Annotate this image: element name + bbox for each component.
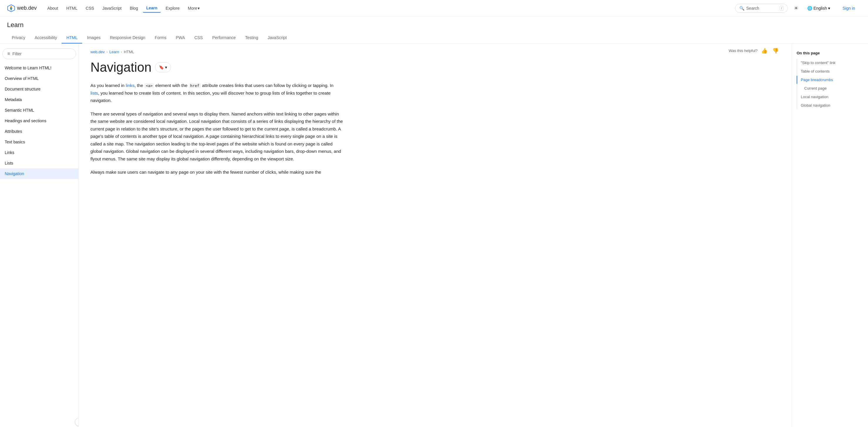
tab-pwa[interactable]: PWA bbox=[171, 32, 190, 44]
sidebar-item-welcome[interactable]: Welcome to Learn HTML! bbox=[0, 63, 79, 73]
nav-right: 🔍 Search / ☀ 🌐 English ▾ Sign in bbox=[735, 3, 861, 13]
more-chevron-icon: ▾ bbox=[197, 6, 200, 10]
helpful-row: Was this helpful? 👍 👎 bbox=[728, 47, 780, 55]
lang-chevron-icon: ▾ bbox=[828, 6, 830, 10]
breadcrumb-webdev[interactable]: web.dev bbox=[90, 50, 104, 54]
thumbs-down-button[interactable]: 👎 bbox=[771, 47, 780, 55]
thumbs-down-icon: 👎 bbox=[772, 48, 779, 54]
globe-icon: 🌐 bbox=[807, 6, 812, 10]
bookmark-button[interactable]: 🔖 ▾ bbox=[155, 62, 171, 72]
page-title-text: Navigation bbox=[90, 60, 152, 75]
tab-css[interactable]: CSS bbox=[190, 32, 208, 44]
sign-in-button[interactable]: Sign in bbox=[837, 3, 861, 13]
content-header: web.dev › Learn › HTML Was this helpful?… bbox=[90, 44, 780, 58]
bookmark-dropdown-icon: ▾ bbox=[165, 65, 167, 69]
filter-label: Filter bbox=[12, 51, 22, 56]
sidebar-item-links[interactable]: Links bbox=[0, 147, 79, 158]
paragraph-1: As you learned in links, the <a> element… bbox=[90, 82, 343, 104]
a-tag-code: <a> bbox=[144, 83, 154, 88]
toc-title: On this page bbox=[797, 51, 863, 55]
sidebar-item-text-basics[interactable]: Text basics bbox=[0, 137, 79, 147]
helpful-label: Was this helpful? bbox=[728, 49, 757, 53]
content-area: web.dev › Learn › HTML Was this helpful?… bbox=[79, 44, 792, 427]
sidebar-item-navigation[interactable]: Navigation bbox=[0, 168, 79, 179]
language-label: English bbox=[813, 6, 827, 10]
filter-bar[interactable]: ≡ Filter bbox=[2, 49, 76, 59]
toc-global-navigation[interactable]: Global navigation bbox=[797, 102, 863, 109]
nav-more[interactable]: More ▾ bbox=[184, 4, 204, 12]
breadcrumb-sep-1: › bbox=[106, 50, 107, 54]
nav-links: About HTML CSS JavaScript Blog Learn Exp… bbox=[44, 4, 733, 12]
toc-current-page[interactable]: Current page bbox=[797, 84, 863, 92]
sidebar-collapse-button[interactable]: ‹ bbox=[75, 418, 79, 426]
nav-css[interactable]: CSS bbox=[82, 4, 98, 12]
tab-privacy[interactable]: Privacy bbox=[7, 32, 30, 44]
learn-header: Learn Privacy Accessibility HTML Images … bbox=[0, 17, 868, 44]
filter-icon: ≡ bbox=[7, 51, 10, 56]
sidebar-item-metadata[interactable]: Metadata bbox=[0, 94, 79, 105]
search-box[interactable]: 🔍 Search / bbox=[735, 4, 788, 12]
nav-blog[interactable]: Blog bbox=[126, 4, 142, 12]
nav-javascript[interactable]: JavaScript bbox=[99, 4, 125, 12]
tab-performance[interactable]: Performance bbox=[208, 32, 241, 44]
tab-testing[interactable]: Testing bbox=[241, 32, 263, 44]
tab-html[interactable]: HTML bbox=[62, 32, 82, 44]
learn-title: Learn bbox=[7, 21, 861, 29]
nav-explore[interactable]: Explore bbox=[162, 4, 183, 12]
content-body: As you learned in links, the <a> element… bbox=[90, 82, 343, 176]
toc-local-navigation[interactable]: Local navigation bbox=[797, 93, 863, 101]
lists-link[interactable]: lists bbox=[90, 90, 98, 95]
logo-text: web.dev bbox=[17, 5, 37, 11]
search-label: Search bbox=[746, 6, 759, 10]
logo[interactable]: web.dev bbox=[7, 4, 37, 12]
tab-images[interactable]: Images bbox=[82, 32, 105, 44]
tab-forms[interactable]: Forms bbox=[150, 32, 171, 44]
toc-page-breadcrumbs[interactable]: Page breadcrumbs bbox=[797, 76, 863, 84]
links-link[interactable]: links bbox=[126, 83, 134, 88]
breadcrumb-html: HTML bbox=[124, 50, 134, 54]
breadcrumb: web.dev › Learn › HTML bbox=[90, 44, 134, 58]
tab-responsive-design[interactable]: Responsive Design bbox=[105, 32, 150, 44]
learn-tabs: Privacy Accessibility HTML Images Respon… bbox=[7, 32, 861, 44]
sidebar-item-semantic[interactable]: Semantic HTML bbox=[0, 105, 79, 115]
sidebar-item-lists[interactable]: Lists bbox=[0, 158, 79, 168]
language-button[interactable]: 🌐 English ▾ bbox=[804, 4, 833, 12]
page-title-area: Navigation 🔖 ▾ bbox=[90, 60, 780, 75]
sidebar-item-overview[interactable]: Overview of HTML bbox=[0, 73, 79, 84]
sidebar-item-attributes[interactable]: Attributes bbox=[0, 126, 79, 137]
main-layout: ≡ Filter Welcome to Learn HTML! Overview… bbox=[0, 44, 868, 427]
thumbs-up-icon: 👍 bbox=[761, 48, 768, 54]
nav-learn[interactable]: Learn bbox=[143, 4, 161, 12]
nav-about[interactable]: About bbox=[44, 4, 62, 12]
breadcrumb-sep-2: › bbox=[121, 50, 122, 54]
toc-items: "Skip to content" link Table of contents… bbox=[797, 59, 863, 109]
sidebar-item-headings[interactable]: Headings and sections bbox=[0, 115, 79, 126]
top-nav: web.dev About HTML CSS JavaScript Blog L… bbox=[0, 0, 868, 17]
logo-icon bbox=[7, 4, 15, 12]
sidebar-item-document[interactable]: Document structure bbox=[0, 84, 79, 94]
tab-javascript[interactable]: JavaScript bbox=[263, 32, 291, 44]
breadcrumb-learn[interactable]: Learn bbox=[109, 50, 119, 54]
href-code: href bbox=[189, 83, 201, 88]
sun-icon: ☀ bbox=[794, 5, 798, 11]
right-toc: On this page "Skip to content" link Tabl… bbox=[792, 44, 868, 427]
search-icon: 🔍 bbox=[739, 6, 744, 10]
search-shortcut: / bbox=[780, 6, 783, 10]
nav-html[interactable]: HTML bbox=[63, 4, 81, 12]
paragraph-3: Always make sure users can navigate to a… bbox=[90, 168, 343, 176]
thumbs-up-button[interactable]: 👍 bbox=[760, 47, 769, 55]
toc-skip-to-content[interactable]: "Skip to content" link bbox=[797, 59, 863, 67]
tab-accessibility[interactable]: Accessibility bbox=[30, 32, 62, 44]
theme-toggle-button[interactable]: ☀ bbox=[792, 3, 801, 13]
bookmark-icon: 🔖 bbox=[159, 65, 164, 69]
left-sidebar: ≡ Filter Welcome to Learn HTML! Overview… bbox=[0, 44, 79, 427]
toc-table-of-contents[interactable]: Table of contents bbox=[797, 67, 863, 75]
paragraph-2: There are several types of navigation an… bbox=[90, 110, 343, 163]
